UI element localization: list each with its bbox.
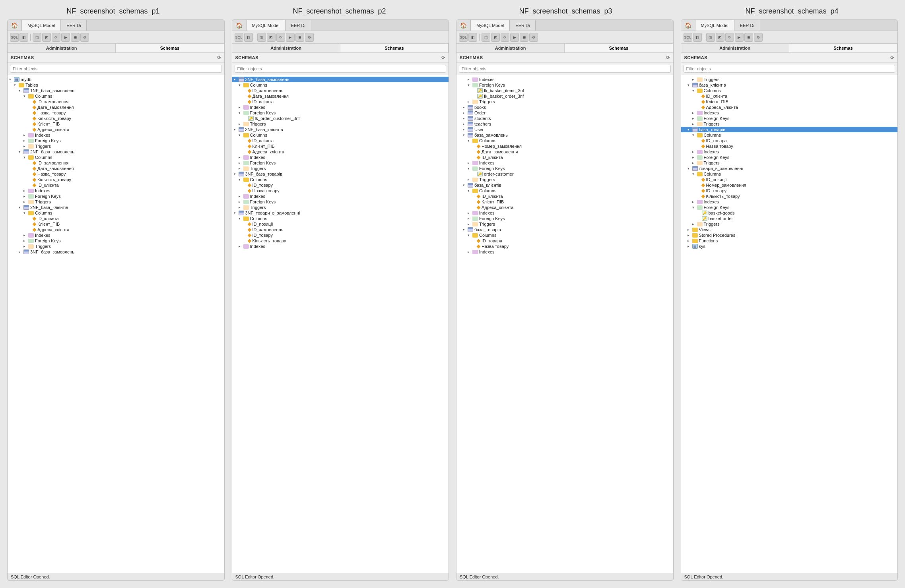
tree-item[interactable]: Дата_замовлення xyxy=(8,104,224,110)
tree-item[interactable]: ▾Columns xyxy=(8,155,224,160)
schema-tab-administration[interactable]: Administration xyxy=(456,44,565,52)
tree-item[interactable]: ID_товару xyxy=(681,188,898,193)
tree-item[interactable]: ID_товару xyxy=(232,232,449,238)
tree-item[interactable]: ▾Columns xyxy=(681,132,898,138)
tree-item[interactable]: ▸Indexes xyxy=(232,155,449,160)
tree-item[interactable]: ▾1NF_база_замовлень xyxy=(8,88,224,93)
tree-item[interactable]: 🔑fk_basket_items_3nf xyxy=(456,88,673,93)
tree-item[interactable]: ▸Foreign Keys xyxy=(8,138,224,143)
search-input[interactable] xyxy=(684,65,895,73)
tab-0[interactable]: MySQL Model xyxy=(471,20,510,31)
tree-item[interactable]: ▸Foreign Keys xyxy=(232,160,449,166)
tree-item[interactable]: ▾база_замовлень xyxy=(456,132,673,138)
tree-item[interactable]: ▸Indexes xyxy=(456,210,673,216)
tree-item[interactable]: Клієнт_ПІБ xyxy=(456,199,673,205)
tree-item[interactable]: Дата_замовлення xyxy=(456,149,673,155)
tree-item[interactable]: ▸Foreign Keys xyxy=(8,238,224,244)
tree-item[interactable]: ID_клієнта xyxy=(681,93,898,99)
tree-item[interactable]: ID_товара xyxy=(456,238,673,244)
toolbar-icon-4[interactable]: ⟳ xyxy=(52,33,60,42)
tree-item[interactable]: ▾Columns xyxy=(456,138,673,143)
tab-1[interactable]: EER Di xyxy=(734,20,760,31)
tab-1[interactable]: EER Di xyxy=(510,20,536,31)
schema-tab-schemas[interactable]: Schemas xyxy=(789,44,897,52)
tree-item[interactable]: ID_товара xyxy=(681,138,898,143)
tree-item[interactable]: ID_замовлення xyxy=(8,160,224,166)
home-tab[interactable]: 🏠 xyxy=(8,20,22,31)
tree-item[interactable]: ▸Triggers xyxy=(456,99,673,104)
tree-item[interactable]: ▾3NF_база_клієнтів xyxy=(232,127,449,132)
toolbar-icon-5[interactable]: ▶ xyxy=(61,33,70,42)
tree-item[interactable]: ▸books xyxy=(456,104,673,110)
schema-tab-schemas[interactable]: Schemas xyxy=(565,44,673,52)
toolbar-icon-6[interactable]: ⏹ xyxy=(295,33,304,42)
tab-1[interactable]: EER Di xyxy=(61,20,87,31)
tree-item[interactable]: ID_позиції xyxy=(232,221,449,227)
tree-item[interactable]: ▸Indexes xyxy=(681,149,898,155)
toolbar-icon-7[interactable]: ⚙ xyxy=(80,33,89,42)
schemas-refresh-icon[interactable]: ⟳ xyxy=(217,55,221,60)
tree-item[interactable]: Адреса_клієнта xyxy=(8,227,224,232)
home-tab[interactable]: 🏠 xyxy=(232,20,247,31)
toolbar-icon-2[interactable]: ◫ xyxy=(482,33,490,42)
tree-item[interactable]: ▾3NF_товари_в_замовленні xyxy=(232,210,449,216)
toolbar-icon-4[interactable]: ⟳ xyxy=(501,33,509,42)
tree-item[interactable]: ▸Foreign Keys xyxy=(681,116,898,121)
tree-item[interactable]: Назва товару xyxy=(456,244,673,249)
tree-item[interactable]: ▸Triggers xyxy=(232,121,449,127)
toolbar-icon-5[interactable]: ▶ xyxy=(286,33,295,42)
tree-item[interactable]: Адреса_клієнта xyxy=(681,104,898,110)
tree-item[interactable]: Клієнт_ПІБ xyxy=(232,143,449,149)
home-tab[interactable]: 🏠 xyxy=(456,20,471,31)
tree-item[interactable]: ▸Indexes xyxy=(456,160,673,166)
schema-tab-schemas[interactable]: Schemas xyxy=(116,44,224,52)
toolbar-icon-0[interactable]: SQL xyxy=(684,33,692,42)
tree-item[interactable]: ▸Views xyxy=(681,227,898,232)
tree-item[interactable]: ▾база_товарів xyxy=(456,227,673,232)
toolbar-icon-3[interactable]: ◩ xyxy=(716,33,724,42)
tree-item[interactable]: ▸Triggers xyxy=(8,143,224,149)
tree-item[interactable]: ID_замовлення xyxy=(232,227,449,232)
tree-item[interactable]: ▾база_клієнтів xyxy=(681,82,898,88)
toolbar-icon-0[interactable]: SQL xyxy=(10,33,19,42)
tree-item[interactable]: ▸Order xyxy=(456,110,673,116)
tab-1[interactable]: EER Di xyxy=(285,20,311,31)
tree-item[interactable]: ▸Triggers xyxy=(681,160,898,166)
tree-item[interactable]: ▾Foreign Keys xyxy=(681,205,898,210)
tree-item[interactable]: 🔑order-customer xyxy=(456,171,673,177)
tree-item[interactable]: Адреса_клієнта xyxy=(456,205,673,210)
tree-item[interactable]: ▸Triggers xyxy=(456,221,673,227)
tree-item[interactable]: Назва_товару xyxy=(8,171,224,177)
tree-item[interactable]: ▾база_товарів xyxy=(681,127,898,132)
toolbar-icon-1[interactable]: ◧ xyxy=(19,33,28,42)
tab-0[interactable]: MySQL Model xyxy=(695,20,734,31)
tree-item[interactable]: ▾Columns xyxy=(232,177,449,182)
tree-item[interactable]: ▸Indexes xyxy=(232,193,449,199)
tree-item[interactable]: ▸Triggers xyxy=(681,77,898,82)
schema-tab-schemas[interactable]: Schemas xyxy=(340,44,449,52)
tree-item[interactable]: ▸Foreign Keys xyxy=(8,193,224,199)
tree-item[interactable]: ▸Foreign Keys xyxy=(232,199,449,205)
toolbar-icon-2[interactable]: ◫ xyxy=(257,33,266,42)
tree-item[interactable]: Кількість_товару xyxy=(232,238,449,244)
tree-item[interactable]: Клієнт_ПІБ xyxy=(8,121,224,127)
tree-item[interactable]: ▾Columns xyxy=(8,210,224,216)
tree-item[interactable]: ▸Indexes xyxy=(8,232,224,238)
toolbar-icon-1[interactable]: ◧ xyxy=(468,33,477,42)
tree-item[interactable]: ▾2NF_база_замовлень xyxy=(8,149,224,155)
tree-item[interactable]: ▸Foreign Keys xyxy=(681,155,898,160)
tree-item[interactable]: ID_клієнта xyxy=(232,138,449,143)
tree-item[interactable]: ▸Stored Procedures xyxy=(681,232,898,238)
tree-item[interactable]: ID_клієнта xyxy=(232,99,449,104)
tree-item[interactable]: ▸Functions xyxy=(681,238,898,244)
tree-item[interactable]: ▸▤sys xyxy=(681,244,898,249)
schema-tab-administration[interactable]: Administration xyxy=(681,44,789,52)
tree-item[interactable]: Дата_замовлення xyxy=(8,166,224,171)
tree-item[interactable]: Адреса_клієнта xyxy=(232,149,449,155)
tree-item[interactable]: 🔑fk_order_customer_3nf xyxy=(232,116,449,121)
tree-item[interactable]: Клієнт_ПІБ xyxy=(8,221,224,227)
tree-item[interactable]: ▾Columns xyxy=(232,216,449,221)
tree-item[interactable]: 🔑basket-order xyxy=(681,216,898,221)
tree-item[interactable]: ▾товари_в_замовленні xyxy=(681,166,898,171)
schemas-refresh-icon[interactable]: ⟳ xyxy=(890,55,894,60)
